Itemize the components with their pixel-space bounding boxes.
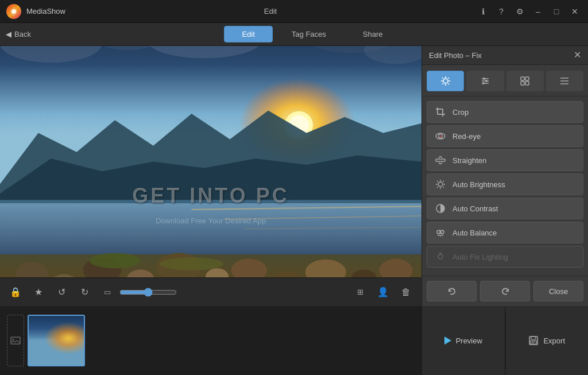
help-button[interactable]: ? — [494, 5, 509, 18]
svg-line-83 — [437, 187, 438, 188]
export-label: Export — [543, 337, 565, 345]
panel-tab-adjust[interactable] — [546, 71, 583, 91]
svg-rect-96 — [531, 341, 536, 344]
minimize-button[interactable]: – — [531, 5, 546, 18]
photo-canvas: GET INTO PC Download Free Your Desired A… — [0, 46, 421, 277]
photo-view: GET INTO PC Download Free Your Desired A… — [0, 46, 421, 277]
left-content: GET INTO PC Download Free Your Desired A… — [0, 46, 421, 306]
svg-point-1 — [11, 9, 16, 14]
svg-rect-59 — [525, 82, 529, 85]
svg-point-89 — [438, 254, 443, 259]
bottom-section: Preview Export — [0, 306, 588, 375]
people-button[interactable]: 👤 — [374, 284, 392, 301]
svg-rect-58 — [521, 82, 524, 85]
auto-fix-lighting-label: Auto Fix Lighting — [452, 253, 508, 261]
right-panel: Edit Photo – Fix ✕ — [421, 46, 588, 306]
app-wrapper: MediaShow Edit ℹ ? ⚙ – □ ✕ ◀ Back Edit T… — [0, 0, 588, 375]
panel-tabs — [422, 65, 588, 96]
straighten-button[interactable]: Straighten — [427, 149, 583, 171]
close-window-button[interactable]: ✕ — [567, 5, 582, 18]
back-label: Back — [14, 30, 31, 38]
auto-balance-button[interactable]: Auto Balance — [427, 222, 583, 243]
svg-point-93 — [13, 339, 14, 341]
svg-line-46 — [442, 78, 443, 79]
auto-brightness-label: Auto Brightness — [452, 180, 505, 189]
svg-point-53 — [485, 80, 488, 82]
fix-icon — [440, 76, 451, 86]
svg-line-81 — [443, 187, 444, 188]
svg-line-82 — [443, 181, 444, 182]
svg-line-91 — [439, 253, 440, 254]
save-icon — [528, 335, 539, 346]
close-edit-button[interactable]: Close — [533, 281, 583, 301]
export-button[interactable]: Export — [506, 306, 589, 375]
zoom-slider[interactable] — [119, 288, 177, 297]
panel-tab-effect[interactable] — [506, 71, 544, 91]
star-button[interactable]: ★ — [30, 284, 47, 301]
settings-button[interactable]: ⚙ — [512, 5, 527, 18]
svg-rect-56 — [521, 77, 524, 80]
maximize-button[interactable]: □ — [549, 5, 564, 18]
panel-tab-tune[interactable] — [466, 71, 504, 91]
tab-tag-faces[interactable]: Tag Faces — [274, 26, 344, 42]
lock-button[interactable]: 🔒 — [7, 284, 24, 301]
window-title: Edit — [65, 7, 475, 16]
filmstrip-area — [0, 306, 421, 375]
edit-panel-title: Edit Photo – Fix — [429, 51, 482, 60]
auto-contrast-button[interactable]: Auto Contrast — [427, 198, 583, 219]
auto-brightness-button[interactable]: Auto Brightness — [427, 173, 583, 195]
straighten-label: Straighten — [452, 156, 486, 165]
nav-tabs: Edit Tag Faces Share — [42, 26, 582, 42]
auto-fix-lighting-icon — [434, 250, 447, 263]
tab-share[interactable]: Share — [345, 26, 401, 42]
crop-label: Crop — [452, 108, 469, 117]
auto-fix-lighting-button[interactable]: Auto Fix Lighting — [427, 246, 583, 268]
crop-icon — [434, 106, 447, 118]
app-name: MediaShow — [26, 7, 65, 16]
content-row: GET INTO PC Download Free Your Desired A… — [0, 46, 588, 306]
undo-button[interactable]: ↺ — [53, 284, 70, 301]
image-add-icon — [10, 335, 21, 346]
tune-icon — [480, 76, 490, 86]
app-logo — [6, 3, 22, 20]
svg-rect-92 — [11, 337, 20, 344]
filmstrip-thumbnail[interactable] — [28, 315, 85, 366]
panel-tab-fix[interactable] — [427, 71, 464, 91]
right-panel-export: Preview Export — [421, 306, 588, 375]
panel-redo-button[interactable] — [480, 281, 530, 301]
auto-balance-icon — [434, 226, 447, 239]
redo-button[interactable]: ↻ — [76, 284, 93, 301]
edit-buttons: Crop Red-eye — [422, 96, 588, 276]
panel-undo-button[interactable] — [427, 281, 477, 301]
straighten-icon — [434, 154, 447, 167]
tab-edit[interactable]: Edit — [224, 26, 272, 42]
auto-brightness-icon — [434, 178, 447, 191]
preview-button[interactable]: Preview — [422, 306, 505, 375]
red-eye-button[interactable]: Red-eye — [427, 125, 583, 147]
nav-bar: ◀ Back Edit Tag Faces Share — [0, 23, 588, 46]
info-button[interactable]: ℹ — [475, 5, 490, 18]
svg-line-74 — [439, 163, 440, 164]
auto-balance-label: Auto Balance — [452, 229, 497, 237]
svg-line-48 — [448, 78, 449, 79]
crop-button[interactable]: Crop — [427, 101, 583, 123]
grid-view-button[interactable]: ⊞ — [351, 284, 369, 301]
undo-icon — [447, 286, 457, 296]
svg-point-51 — [483, 78, 485, 80]
frame-button[interactable]: ▭ — [99, 284, 116, 301]
zoom-slider-container: ▭ — [99, 284, 346, 301]
back-arrow-icon: ◀ — [6, 30, 11, 38]
svg-line-80 — [437, 181, 438, 182]
add-media-button[interactable] — [7, 315, 24, 366]
photo-scene — [0, 46, 421, 277]
svg-line-71 — [440, 156, 442, 158]
effect-icon — [520, 76, 530, 86]
play-icon — [444, 337, 451, 345]
auto-contrast-icon — [434, 202, 447, 215]
auto-contrast-label: Auto Contrast — [452, 204, 498, 213]
back-button[interactable]: ◀ Back — [6, 30, 31, 38]
edit-panel-close-icon[interactable]: ✕ — [574, 51, 581, 60]
bottom-toolbar: 🔒 ★ ↺ ↻ ▭ ⊞ 👤 🗑 — [0, 277, 421, 306]
svg-line-49 — [442, 83, 443, 84]
delete-button[interactable]: 🗑 — [397, 284, 415, 301]
